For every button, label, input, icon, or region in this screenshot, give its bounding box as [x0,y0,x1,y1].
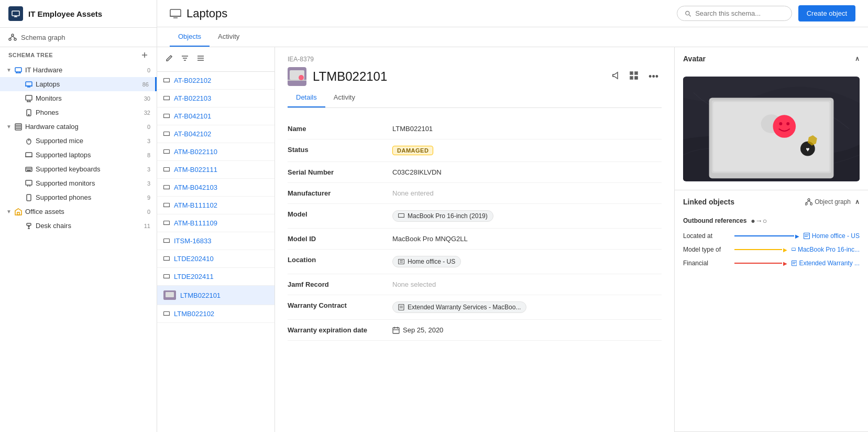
svg-rect-10 [15,68,21,72]
svg-rect-108 [399,305,404,310]
edit-icon-btn[interactable] [163,52,175,66]
list-item[interactable]: LTDE202410 [157,250,274,268]
chevron-up-icon: ∧ [855,198,860,206]
edit-icon [166,55,173,62]
list-item-selected[interactable]: LTMB022101 [157,286,274,305]
svg-rect-101 [635,78,636,79]
tree-item-hardware-catalog[interactable]: ▼ Hardware catalog 0 [0,120,157,134]
link-row-located-at: Located at ▶ Home office - US [675,229,868,243]
laptop-icon [163,238,170,244]
svg-rect-41 [27,195,31,201]
detail-header: IEA-8379 LTMB022101 [275,47,674,108]
svg-rect-99 [635,77,636,78]
warranty-contract-tag[interactable]: Extended Warranty Services - MacBoo... [392,301,526,313]
list-item[interactable]: ATM-B111109 [157,214,274,232]
tabs-bar: Objects Activity [157,27,868,47]
svg-point-121 [779,122,782,125]
avatar-section: Avatar ∧ [675,47,868,190]
tree-item-monitors[interactable]: Monitors 30 [0,91,157,105]
tree-item-desk-chairs[interactable]: Desk chairs 11 [0,219,157,233]
list-item[interactable]: LTMB022102 [157,305,274,323]
tree-item-supported-laptops[interactable]: Supported laptops 8 [0,148,157,162]
list-item[interactable]: ATM-B022110 [157,143,274,161]
svg-line-7 [13,36,15,38]
schema-tree-header: SCHEMA TREE [0,47,157,63]
svg-text:♥: ♥ [806,146,809,153]
tree-item-supported-mice[interactable]: Supported mice 3 [0,134,157,148]
list-item[interactable]: AT-B042101 [157,107,274,125]
detail-avatar [288,67,306,86]
svg-rect-78 [164,239,170,242]
list-item[interactable]: AT-B022103 [157,90,274,107]
tree-item-count: 3 [147,180,150,187]
tree-item-phones[interactable]: Phones 32 [0,105,157,120]
keyboard-icon [25,166,32,173]
office-icon [15,208,22,215]
list-item[interactable]: AT-B042102 [157,125,274,143]
svg-point-4 [9,38,11,40]
catalog-icon [15,123,22,131]
list-item[interactable]: AT-B022102 [157,72,274,90]
filter-icon-btn[interactable] [179,52,191,66]
svg-marker-42 [15,209,21,215]
tree-item-supported-keyboards[interactable]: Supported keyboards 3 [0,162,157,176]
svg-rect-85 [166,292,174,297]
schema-graph-link[interactable]: Schema graph [0,28,157,47]
graph-icon [805,198,812,206]
schema-graph-label: Schema graph [21,34,65,41]
laptop-icon [25,81,32,88]
avatar-section-header[interactable]: Avatar ∧ [675,47,868,70]
tab-objects[interactable]: Objects [170,27,210,47]
tab-activity-top[interactable]: Activity [210,27,248,47]
list-item[interactable]: LTDE202411 [157,268,274,286]
linked-objects-header: Linked objects Object graph [675,190,868,213]
tree-item-it-hardware[interactable]: ▼ IT Hardware 0 [0,63,157,77]
list-item[interactable]: ATM-B042103 [157,179,274,197]
list-item[interactable]: ATM-B111102 [157,197,274,214]
model-tag[interactable]: MacBook Pro 16-inch (2019) [392,210,493,222]
svg-rect-72 [164,185,170,189]
qr-icon-btn[interactable] [628,69,640,84]
tree-item-supported-monitors[interactable]: Supported monitors 3 [0,176,157,190]
list-icon-btn[interactable] [195,52,206,66]
mouse-icon [25,137,32,145]
tree-item-laptops[interactable]: Laptops 86 [0,77,157,91]
tree-item-label: Hardware catalog [25,123,79,131]
more-options-button[interactable]: ••• [645,70,662,83]
svg-rect-49 [170,9,181,16]
svg-rect-68 [164,149,170,153]
svg-rect-0 [12,11,19,16]
phone-icon [25,109,32,116]
app-icon [8,6,23,21]
laptop-icon [163,256,170,262]
object-list: AT-B022102 AT-B022103 AT-B042101 AT-B042… [157,47,275,432]
svg-point-126 [805,203,807,205]
tree-item-office-assets[interactable]: ▼ Office assets 0 [0,204,157,219]
topbar-right: Create object [677,5,855,21]
app-title: IT Employee Assets [28,9,102,18]
search-box[interactable] [677,6,792,21]
document-icon [792,260,797,266]
create-object-button[interactable]: Create object [798,5,855,21]
laptop-avatar-icon [163,290,176,300]
laptop-icon [163,149,170,155]
detail-title-row: LTMB022101 [288,67,662,86]
location-tag[interactable]: Home office - US [392,256,461,267]
svg-rect-76 [164,221,170,224]
megaphone-icon-btn[interactable] [610,69,622,84]
tab-activity[interactable]: Activity [325,88,364,107]
tree-item-supported-phones[interactable]: Supported phones 9 [0,190,157,204]
svg-point-22 [28,114,29,115]
object-graph-btn[interactable]: Object graph [805,198,851,206]
tab-details[interactable]: Details [288,88,325,107]
document-icon [398,304,404,310]
list-item[interactable]: ATM-B022111 [157,161,274,179]
object-list-toolbar [157,47,274,72]
tree-item-count: 0 [147,209,150,215]
expand-icon[interactable] [141,51,148,59]
tree-item-count: 30 [144,95,150,102]
list-item[interactable]: ITSM-16833 [157,232,274,250]
tree-item-label: Office assets [25,208,64,215]
svg-point-5 [14,38,16,40]
search-input[interactable] [695,9,784,17]
